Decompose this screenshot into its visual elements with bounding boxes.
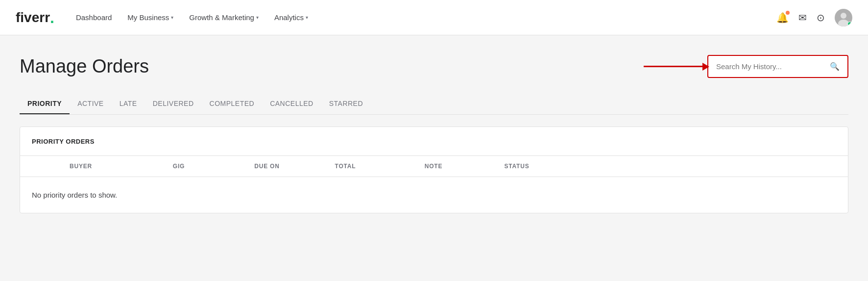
tab-active[interactable]: ACTIVE (70, 94, 112, 114)
tab-delivered[interactable]: DELIVERED (145, 94, 202, 114)
nav-item-dashboard[interactable]: Dashboard (70, 9, 118, 26)
search-input[interactable] (716, 62, 826, 71)
tab-priority[interactable]: PRIORITY (20, 94, 70, 114)
tab-starred[interactable]: STARRED (321, 94, 371, 114)
main-nav: Dashboard My Business ▾ Growth & Marketi… (70, 9, 761, 26)
messages-button[interactable]: ✉ (798, 12, 807, 24)
tab-completed[interactable]: COMPLETED (202, 94, 263, 114)
page-header: Manage Orders 🔍 (20, 55, 848, 78)
mail-icon: ✉ (798, 12, 807, 23)
help-button[interactable]: ⊙ (817, 12, 825, 24)
nav-item-analytics[interactable]: Analytics ▾ (268, 9, 314, 26)
arrow-head (702, 63, 709, 71)
arrow-line (644, 66, 702, 67)
notification-badge (786, 11, 790, 15)
chevron-down-icon: ▾ (171, 15, 173, 20)
logo[interactable]: fiverr. (16, 10, 54, 26)
header: fiverr. Dashboard My Business ▾ Growth &… (0, 0, 868, 35)
col-buyer: BUYER (32, 163, 130, 170)
tab-cancelled[interactable]: CANCELLED (262, 94, 321, 114)
col-due-on: DUE ON (228, 163, 306, 170)
search-box: 🔍 (709, 57, 846, 76)
chevron-down-icon: ▾ (256, 15, 259, 20)
col-status: STATUS (482, 163, 551, 170)
header-actions: 🔔 ✉ ⊙ (776, 9, 852, 26)
page-title: Manage Orders (20, 56, 149, 77)
notifications-button[interactable]: 🔔 (776, 12, 789, 24)
col-total: TOTAL (306, 163, 385, 170)
logo-text: fiverr (16, 10, 50, 26)
search-highlight-border: 🔍 (707, 55, 848, 78)
help-icon: ⊙ (817, 12, 825, 23)
orders-section: PRIORITY ORDERS BUYER GIG DUE ON TOTAL N… (20, 127, 848, 213)
table-header: BUYER GIG DUE ON TOTAL NOTE STATUS (20, 156, 848, 177)
nav-item-my-business[interactable]: My Business ▾ (121, 9, 179, 26)
tab-late[interactable]: LATE (112, 94, 145, 114)
nav-item-growth-marketing[interactable]: Growth & Marketing ▾ (183, 9, 265, 26)
user-avatar[interactable] (835, 9, 852, 26)
svg-point-1 (841, 13, 846, 19)
highlight-arrow (644, 66, 702, 67)
col-note: NOTE (385, 163, 482, 170)
main-content: Manage Orders 🔍 PRIORITY ACTIVE (0, 35, 868, 281)
online-status-indicator (847, 22, 852, 26)
logo-dot: . (50, 10, 54, 26)
chevron-down-icon: ▾ (306, 15, 308, 20)
empty-orders-message: No priority orders to show. (20, 177, 848, 213)
col-gig: GIG (130, 163, 228, 170)
order-tabs: PRIORITY ACTIVE LATE DELIVERED COMPLETED… (20, 94, 848, 115)
search-icon: 🔍 (830, 62, 840, 71)
search-area: 🔍 (707, 55, 848, 78)
section-header: PRIORITY ORDERS (20, 127, 848, 156)
section-title: PRIORITY ORDERS (32, 138, 95, 145)
